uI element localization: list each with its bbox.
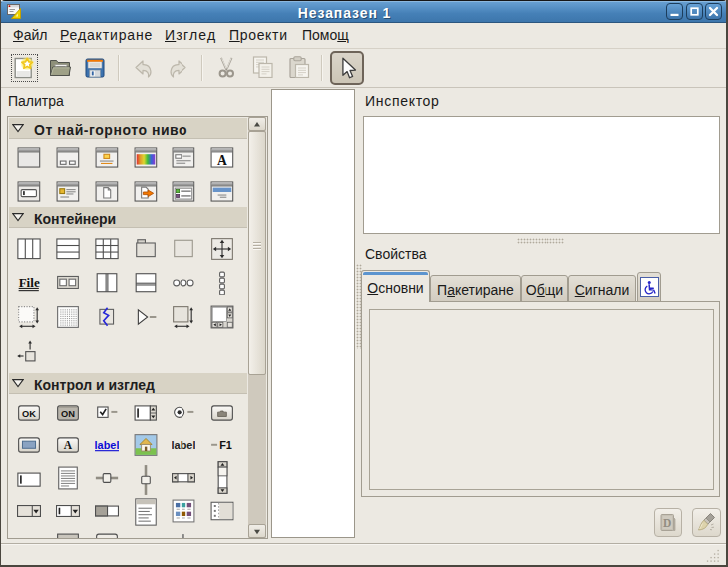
svg-text:File: File [19, 275, 40, 290]
svg-text:label: label [172, 439, 195, 451]
svg-text:A: A [64, 439, 73, 451]
svg-text:label: label [95, 439, 119, 451]
svg-text:A: A [217, 153, 227, 168]
svg-text:D: D [663, 517, 671, 529]
svg-text:OK: OK [22, 409, 36, 419]
svg-text:F1: F1 [219, 439, 232, 451]
svg-text:ON: ON [61, 409, 75, 419]
